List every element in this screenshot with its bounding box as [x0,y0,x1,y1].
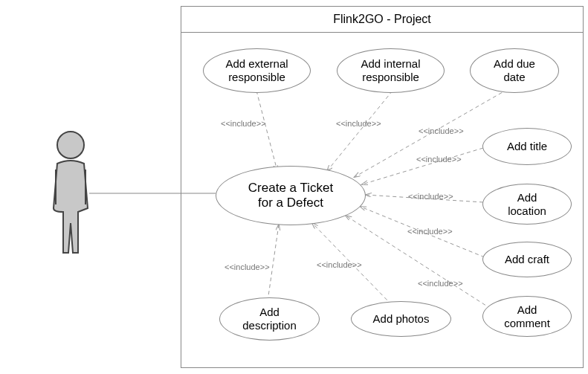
include-label: <<include>> [221,119,266,128]
include-label: <<include>> [224,262,270,271]
usecase-create-ticket: Create a Ticketfor a Defect [216,166,366,225]
include-label: <<include>> [408,192,453,201]
include-label: <<include>> [418,279,463,288]
actor [45,126,97,263]
usecase-add-external-responsible: Add externalresponsible [203,48,311,93]
usecase-add-internal-responsible: Add internalresponsible [337,48,445,93]
include-label: <<include>> [416,155,462,164]
usecase-add-location: Addlocation [482,184,572,225]
include-label: <<include>> [317,260,362,269]
usecase-add-photos: Add photos [351,301,451,337]
usecase-add-craft: Add craft [482,242,572,277]
include-label: <<include>> [336,119,381,128]
usecase-add-description: Adddescription [219,297,320,341]
usecase-add-title: Add title [482,128,572,165]
actor-icon [45,126,97,260]
include-label: <<include>> [407,227,453,236]
include-label: <<include>> [419,126,464,135]
usecase-add-comment: Addcomment [482,296,572,337]
usecase-add-due-date: Add duedate [470,48,559,93]
system-title: Flink2GO - Project [181,7,583,33]
svg-point-0 [57,132,84,158]
